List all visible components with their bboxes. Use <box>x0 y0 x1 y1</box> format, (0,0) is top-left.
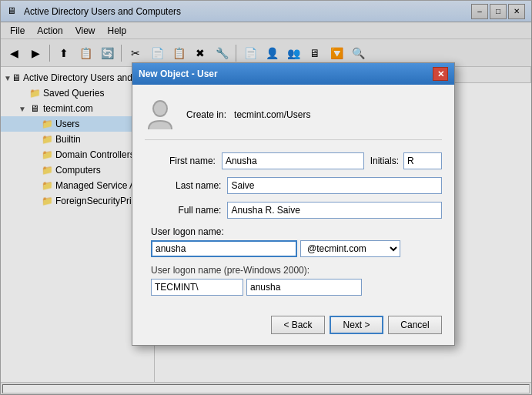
logon-label: User logon name: <box>151 226 442 237</box>
cancel-button[interactable]: Cancel <box>388 316 442 334</box>
create-in-value: tecmint.com/Users <box>234 109 310 120</box>
initials-label: Initials: <box>370 156 399 166</box>
full-name-row: Full name: <box>145 202 442 219</box>
create-in-label: Create in: <box>186 109 226 120</box>
domain-select[interactable]: @tecmint.com @tecmint.local <box>300 240 400 257</box>
logon2-row <box>151 279 442 296</box>
user-avatar-icon <box>145 97 176 132</box>
dialog-buttons: < Back Next > Cancel <box>132 308 454 345</box>
create-in-text: Create in: tecmint.com/Users <box>186 109 310 120</box>
logon2-section: User logon name (pre-Windows 2000): <box>145 265 442 296</box>
dialog-title: New Object - User <box>139 69 433 79</box>
dialog-title-bar: New Object - User ✕ <box>132 63 454 85</box>
initials-input[interactable] <box>403 152 442 169</box>
last-name-label: Last name: <box>145 180 221 191</box>
last-name-input[interactable] <box>227 177 442 194</box>
full-name-label: Full name: <box>145 205 221 216</box>
logon2-prefix-input[interactable] <box>151 279 243 296</box>
initials-group: Initials: <box>370 152 442 169</box>
logon2-suffix-input[interactable] <box>246 279 362 296</box>
dialog-content: Create in: tecmint.com/Users First name:… <box>132 85 454 308</box>
first-name-label: First name: <box>145 156 216 166</box>
back-button[interactable]: < Back <box>271 316 325 334</box>
logon-row: @tecmint.com @tecmint.local <box>151 240 442 257</box>
first-name-row: First name: Initials: <box>145 152 442 169</box>
logon-input[interactable] <box>151 240 297 257</box>
dialog-close-button[interactable]: ✕ <box>433 67 448 81</box>
next-button[interactable]: Next > <box>330 316 383 334</box>
logon2-label: User logon name (pre-Windows 2000): <box>151 265 442 276</box>
svg-point-1 <box>154 102 166 115</box>
dialog-overlay: New Object - User ✕ C <box>1 1 532 395</box>
logon-section: User logon name: @tecmint.com @tecmint.l… <box>145 226 442 257</box>
full-name-input[interactable] <box>227 202 442 219</box>
new-user-dialog: New Object - User ✕ C <box>132 62 455 346</box>
first-name-input[interactable] <box>222 152 364 169</box>
dialog-header: Create in: tecmint.com/Users <box>145 97 442 140</box>
last-name-row: Last name: <box>145 177 442 194</box>
